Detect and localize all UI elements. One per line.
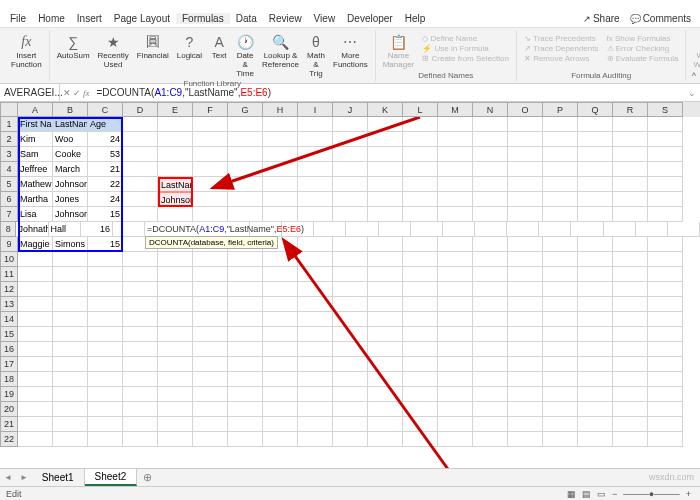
cell[interactable] <box>228 162 263 177</box>
cell[interactable] <box>613 132 648 147</box>
cell[interactable] <box>613 297 648 312</box>
cell[interactable] <box>193 117 228 132</box>
cell[interactable] <box>333 342 368 357</box>
cell[interactable] <box>508 312 543 327</box>
cell[interactable] <box>578 147 613 162</box>
cell[interactable]: Johnson <box>53 177 88 192</box>
cell[interactable] <box>228 297 263 312</box>
cell[interactable] <box>438 282 473 297</box>
cell[interactable] <box>53 312 88 327</box>
cell[interactable] <box>18 402 53 417</box>
cell[interactable] <box>88 297 123 312</box>
cell[interactable] <box>298 387 333 402</box>
cell[interactable] <box>88 252 123 267</box>
cell[interactable] <box>263 417 298 432</box>
cell[interactable] <box>123 342 158 357</box>
cell[interactable] <box>228 417 263 432</box>
cell[interactable] <box>158 132 193 147</box>
cell[interactable] <box>473 267 508 282</box>
menu-insert[interactable]: Insert <box>71 13 108 24</box>
cell[interactable] <box>403 117 438 132</box>
cell[interactable] <box>613 312 648 327</box>
cell[interactable] <box>88 387 123 402</box>
cell[interactable] <box>578 402 613 417</box>
logical-button[interactable]: ?Logical <box>174 32 205 61</box>
cell[interactable] <box>368 327 403 342</box>
cell[interactable]: Age <box>88 117 123 132</box>
cell[interactable] <box>473 282 508 297</box>
cell[interactable]: Cooke <box>53 147 88 162</box>
cell[interactable] <box>543 267 578 282</box>
cell[interactable] <box>368 387 403 402</box>
cell[interactable] <box>193 267 228 282</box>
cell[interactable] <box>368 282 403 297</box>
col-header[interactable]: D <box>123 102 158 117</box>
cell[interactable] <box>193 297 228 312</box>
col-header[interactable]: S <box>648 102 683 117</box>
cell[interactable] <box>158 207 193 222</box>
cell[interactable] <box>668 222 700 237</box>
recently-used-button[interactable]: ★Recently Used <box>95 32 132 70</box>
cell[interactable] <box>438 252 473 267</box>
cell[interactable] <box>473 162 508 177</box>
cell[interactable] <box>158 267 193 282</box>
cell[interactable] <box>473 252 508 267</box>
cell[interactable] <box>53 267 88 282</box>
cell[interactable] <box>473 312 508 327</box>
cell[interactable]: 15 <box>88 237 123 252</box>
cell[interactable] <box>123 327 158 342</box>
cell[interactable] <box>228 372 263 387</box>
cell[interactable]: 24 <box>88 192 123 207</box>
cell[interactable] <box>438 297 473 312</box>
cell[interactable] <box>443 222 475 237</box>
cell[interactable] <box>473 207 508 222</box>
cell[interactable] <box>473 177 508 192</box>
cell[interactable] <box>158 117 193 132</box>
cell[interactable] <box>228 192 263 207</box>
cell[interactable] <box>228 207 263 222</box>
cell[interactable] <box>228 312 263 327</box>
cell[interactable] <box>473 327 508 342</box>
cell[interactable]: March <box>53 162 88 177</box>
cell[interactable] <box>263 147 298 162</box>
cell[interactable] <box>228 432 263 447</box>
cell[interactable] <box>403 372 438 387</box>
cell[interactable] <box>508 327 543 342</box>
cell[interactable] <box>53 372 88 387</box>
cell[interactable] <box>123 252 158 267</box>
cell[interactable] <box>53 357 88 372</box>
cell[interactable] <box>543 282 578 297</box>
watch-window-button[interactable]: 👁Watch Window <box>690 32 700 70</box>
col-header[interactable]: J <box>333 102 368 117</box>
cell[interactable] <box>88 327 123 342</box>
cell[interactable] <box>368 132 403 147</box>
cell[interactable] <box>508 207 543 222</box>
cell[interactable] <box>411 222 443 237</box>
cell[interactable] <box>613 267 648 282</box>
menu-data[interactable]: Data <box>230 13 263 24</box>
cell[interactable] <box>648 117 683 132</box>
cell[interactable] <box>193 342 228 357</box>
cell[interactable] <box>88 267 123 282</box>
cell[interactable] <box>263 342 298 357</box>
col-header[interactable]: I <box>298 102 333 117</box>
error-checking-item[interactable]: ⚠ Error Checking <box>607 44 679 53</box>
cell[interactable] <box>18 387 53 402</box>
cell[interactable] <box>333 177 368 192</box>
cell[interactable] <box>473 417 508 432</box>
cell[interactable] <box>578 132 613 147</box>
worksheet-grid[interactable]: A B C D E F G H I J K L M N O P Q R S 1F… <box>0 102 700 472</box>
cell[interactable] <box>648 192 683 207</box>
cell[interactable] <box>18 297 53 312</box>
row-header[interactable]: 20 <box>0 402 18 417</box>
create-selection-item[interactable]: ⊞ Create from Selection <box>422 54 509 63</box>
cell[interactable] <box>368 432 403 447</box>
view-break-icon[interactable]: ▭ <box>594 489 609 499</box>
cell[interactable] <box>508 267 543 282</box>
col-header[interactable]: H <box>263 102 298 117</box>
cell[interactable] <box>193 417 228 432</box>
cell[interactable] <box>368 252 403 267</box>
cell[interactable] <box>53 342 88 357</box>
cell[interactable] <box>228 342 263 357</box>
row-header[interactable]: 15 <box>0 327 18 342</box>
